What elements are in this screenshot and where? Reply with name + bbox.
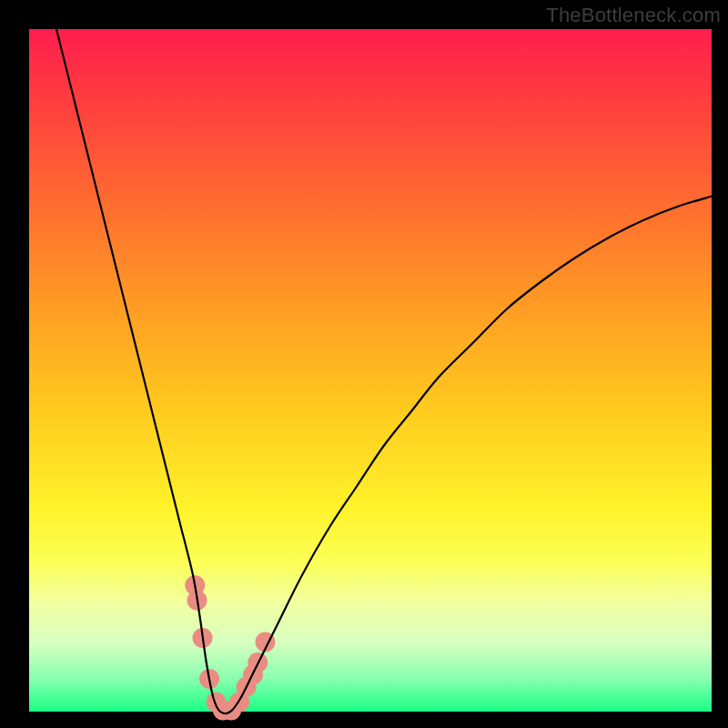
outer-frame: TheBottleneck.com bbox=[0, 0, 728, 728]
chart-svg bbox=[0, 0, 728, 728]
bottleneck-curve bbox=[56, 29, 712, 713]
marker-layer bbox=[185, 575, 275, 720]
